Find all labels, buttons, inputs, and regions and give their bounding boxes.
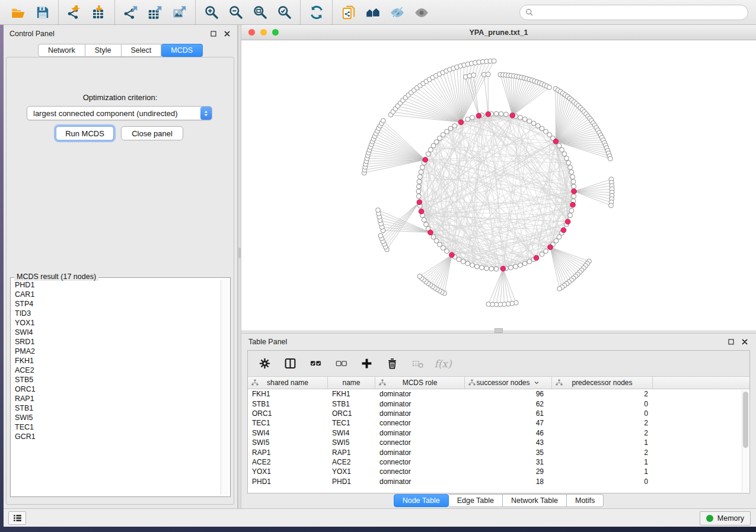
network-node[interactable] [569,170,574,175]
network-node[interactable] [531,121,536,126]
table-cell[interactable]: 2 [552,448,653,457]
network-node[interactable] [426,152,430,156]
table-row[interactable]: STB1STB1dominator620 [248,399,749,408]
column-header-predecessor-nodes[interactable]: predecessor nodes [552,377,653,389]
table-row[interactable]: SWI4SWI4dominator462 [248,428,749,438]
table-cell[interactable]: 1 [552,467,653,476]
table-cell[interactable]: TEC1 [328,419,375,427]
table-cell[interactable]: 0 [552,400,653,408]
table-cell[interactable]: connector [375,467,465,476]
mcds-result-item[interactable]: GCR1 [15,432,219,441]
network-node[interactable] [557,143,562,148]
table-row[interactable]: PHD1PHD1dominator180 [248,477,749,486]
table-row[interactable]: TEC1TEC1connector472 [248,418,749,428]
close-table-panel-icon[interactable] [741,338,749,346]
network-node[interactable] [378,233,383,238]
network-dominator-node[interactable] [476,113,481,118]
close-mcds-panel-button[interactable]: Close panel [121,126,183,140]
network-node[interactable] [475,264,480,269]
close-panel-icon[interactable] [223,30,231,38]
tab-motifs[interactable]: Motifs [567,494,604,507]
table-cell[interactable]: 1 [552,438,653,447]
network-node[interactable] [465,117,470,121]
table-cell[interactable]: 18 [465,477,552,486]
mcds-result-item[interactable]: STB1 [15,403,219,413]
network-node[interactable] [376,208,381,213]
table-cell[interactable]: SWI4 [248,429,328,437]
network-node[interactable] [566,161,571,165]
select-all-button[interactable] [308,357,323,371]
network-node[interactable] [434,239,439,243]
table-cell[interactable]: 29 [465,467,552,476]
table-cell[interactable]: RAP1 [248,448,328,457]
table-cell[interactable]: TEC1 [248,419,328,427]
table-row[interactable]: FKH1FKH1dominator962 [248,389,749,399]
table-row[interactable]: YOX1YOX1connector291 [248,467,749,476]
tab-select[interactable]: Select [122,44,162,57]
network-node[interactable] [522,117,527,121]
network-node[interactable] [420,165,425,170]
zoom-in-button[interactable] [199,2,224,23]
table-cell[interactable]: connector [375,458,465,466]
table-cell[interactable]: STB1 [248,400,328,408]
delete-button[interactable] [385,357,399,371]
mcds-result-item[interactable]: YOX1 [15,318,219,328]
network-node[interactable] [416,189,421,194]
table-cell[interactable]: dominator [375,409,465,418]
network-node[interactable] [504,112,509,117]
network-node[interactable] [608,156,613,161]
table-cell[interactable]: 2 [552,390,653,398]
memory-button[interactable]: Memory [700,511,751,525]
tab-mcds[interactable]: MCDS [161,44,203,57]
network-dominator-node[interactable] [428,230,433,235]
network-node[interactable] [445,129,449,134]
tab-network-table[interactable]: Network Table [503,494,567,507]
zoom-selected-button[interactable] [272,2,296,23]
settings-button[interactable] [257,357,272,371]
export-image-button[interactable] [167,2,192,23]
network-node[interactable] [522,261,527,266]
network-node[interactable] [509,265,513,270]
table-cell[interactable]: 0 [552,409,653,418]
network-node[interactable] [492,59,496,63]
table-cell[interactable]: SWI4 [328,429,375,437]
mcds-result-item[interactable]: ORC1 [15,384,219,394]
network-node[interactable] [424,222,429,227]
column-header-mcds-role[interactable]: MCDS role [375,377,465,389]
tab-node-table[interactable]: Node Table [394,494,449,507]
splitter-thumb[interactable] [238,248,241,258]
network-dominator-node[interactable] [548,245,553,250]
network-node[interactable] [568,213,573,218]
network-dominator-node[interactable] [449,252,455,258]
network-node[interactable] [544,249,548,254]
deselect-all-button[interactable] [334,357,348,371]
table-cell[interactable]: ACE2 [328,458,375,466]
network-node[interactable] [527,119,532,124]
float-table-panel-icon[interactable] [727,338,735,346]
table-cell[interactable]: 43 [465,438,552,447]
import-table-button[interactable] [87,2,111,23]
table-cell[interactable]: 61 [465,409,552,418]
task-history-button[interactable] [8,511,26,525]
network-dominator-node[interactable] [417,200,422,205]
network-node[interactable] [461,259,465,264]
mcds-result-item[interactable]: TID3 [15,309,219,318]
network-node[interactable] [431,235,436,239]
table-row[interactable]: RAP1RAP1dominator352 [248,447,749,457]
import-network-button[interactable] [62,2,87,23]
table-cell[interactable]: dominator [375,448,465,457]
network-node[interactable] [560,148,564,152]
table-cell[interactable]: 46 [465,429,552,437]
network-dominator-node[interactable] [510,113,515,118]
refresh-button[interactable] [304,2,328,23]
table-cell[interactable]: YOX1 [328,467,375,476]
table-cell[interactable]: dominator [375,477,465,486]
tab-network[interactable]: Network [38,44,85,57]
table-cell[interactable]: PHD1 [248,477,328,486]
network-node[interactable] [527,259,532,264]
zoom-out-button[interactable] [224,2,248,23]
network-node[interactable] [465,261,470,266]
table-cell[interactable]: ORC1 [328,409,375,418]
network-node[interactable] [571,180,576,184]
network-node[interactable] [568,165,573,170]
